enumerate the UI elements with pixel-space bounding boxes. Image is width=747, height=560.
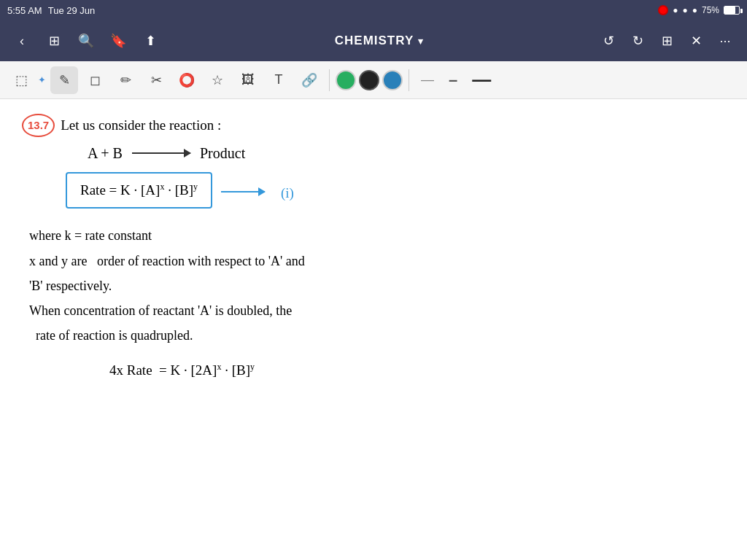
line-thick-button[interactable]: — — [466, 66, 497, 94]
share-button[interactable]: ⬆ — [137, 28, 163, 54]
undo-button[interactable]: ↺ — [595, 28, 622, 54]
tablet-tool-button[interactable]: ⬚ — [7, 66, 35, 94]
status-left: 5:55 AM Tue 29 Jun — [7, 5, 95, 16]
second-equation-line: 4x Rate = K · [2A]x · [B]y — [22, 359, 725, 381]
toolbar-separator-2 — [409, 69, 409, 91]
pen-tool-button[interactable]: ✎ — [50, 66, 78, 94]
battery-fill — [724, 7, 735, 14]
nav-right: ↺ ↻ ⊞ ✕ ··· — [595, 28, 738, 54]
blue-arrow — [221, 191, 265, 192]
problem-number: 13.7 — [22, 114, 55, 137]
content-area: 13.7 Let us consider the reaction : A + … — [0, 99, 747, 560]
intro-line: 13.7 Let us consider the reaction : — [22, 114, 725, 137]
search-button[interactable]: 🔍 — [73, 28, 99, 54]
rate-equation-row: Rate = K · [A]x · [B]y (i) — [22, 172, 725, 214]
bookmark-button[interactable]: 🔖 — [105, 28, 131, 54]
wifi-signal: ● — [692, 5, 697, 15]
reference-number: (i) — [281, 182, 294, 204]
color-blue[interactable] — [382, 70, 403, 90]
status-bar: 5:55 AM Tue 29 Jun ● ● ● 75% — [0, 0, 747, 20]
date: Tue 29 Jun — [48, 5, 96, 16]
add-button[interactable]: ⊞ — [654, 28, 680, 54]
battery-icon — [724, 6, 740, 15]
selection-tool-button[interactable]: ✂ — [142, 66, 170, 94]
pencil-tool-button[interactable]: ✏ — [112, 66, 139, 94]
status-right: ● ● ● 75% — [658, 5, 740, 15]
record-icon — [658, 5, 668, 15]
line-medium-button[interactable]: – — [443, 68, 463, 93]
line-thin-button[interactable]: — — [415, 69, 440, 90]
when-text: When concentration of reactant 'A' is do… — [29, 303, 292, 318]
battery-percent: 75% — [702, 5, 719, 15]
notes-content: 13.7 Let us consider the reaction : A + … — [0, 99, 747, 560]
bluetooth-icon: ✦ — [38, 74, 46, 85]
nav-bar: ‹ ⊞ 🔍 🔖 ⬆ CHEMISTRY ▾ ↺ ↻ ⊞ ✕ ··· — [0, 20, 747, 61]
reactants: A + B — [88, 145, 123, 161]
more-button[interactable]: ··· — [712, 28, 738, 54]
rate-doubled-text: rate of reaction is quadrupled. — [29, 328, 193, 343]
rate-equation-box: Rate = K · [A]x · [B]y — [66, 172, 212, 209]
text-block: where k = rate constant x and y are orde… — [22, 223, 725, 348]
wifi-dot: ● — [682, 5, 687, 15]
where-text: where k = rate constant — [29, 228, 152, 243]
app-title: CHEMISTRY — [335, 34, 414, 48]
color-black[interactable] — [359, 70, 379, 90]
b-line: 'B' respectively. — [29, 273, 725, 298]
text-tool-button[interactable]: T — [265, 66, 293, 94]
when-line: When concentration of reactant 'A' is do… — [29, 298, 725, 323]
lasso-tool-button[interactable]: ⭕ — [173, 66, 201, 94]
toolbar-separator — [329, 69, 330, 91]
back-button[interactable]: ‹ — [9, 28, 35, 54]
reaction-arrow — [132, 152, 190, 154]
intro-text: Let us consider the reaction : — [61, 114, 221, 136]
order-line: x and y are order of reaction with respe… — [29, 249, 725, 273]
order-text: x and y are order of reaction with respe… — [29, 254, 305, 268]
image-tool-button[interactable]: 🖼 — [234, 66, 262, 94]
link-tool-button[interactable]: 🔗 — [295, 66, 323, 94]
toolbar: ⬚ ✦ ✎ ◻ ✏ ✂ ⭕ ☆ 🖼 T 🔗 — – — — [0, 61, 747, 99]
rate-doubled-line: rate of reaction is quadrupled. — [29, 323, 725, 348]
redo-button[interactable]: ↻ — [624, 28, 651, 54]
where-line: where k = rate constant — [29, 223, 725, 248]
close-button[interactable]: ✕ — [683, 28, 709, 54]
product: Product — [200, 145, 245, 161]
second-equation: 4x Rate = K · [2A]x · [B]y — [109, 362, 255, 378]
chemical-equation-line: A + B Product — [22, 141, 725, 165]
grid-button[interactable]: ⊞ — [41, 28, 67, 54]
time: 5:55 AM — [7, 5, 42, 16]
eraser-tool-button[interactable]: ◻ — [81, 66, 109, 94]
b-text: 'B' respectively. — [29, 279, 112, 293]
nav-title: CHEMISTRY ▾ — [169, 34, 589, 48]
wifi-icon: ● — [673, 5, 678, 15]
title-dropdown-icon[interactable]: ▾ — [418, 36, 424, 47]
color-green[interactable] — [336, 70, 356, 90]
shape-tool-button[interactable]: ☆ — [204, 66, 231, 94]
